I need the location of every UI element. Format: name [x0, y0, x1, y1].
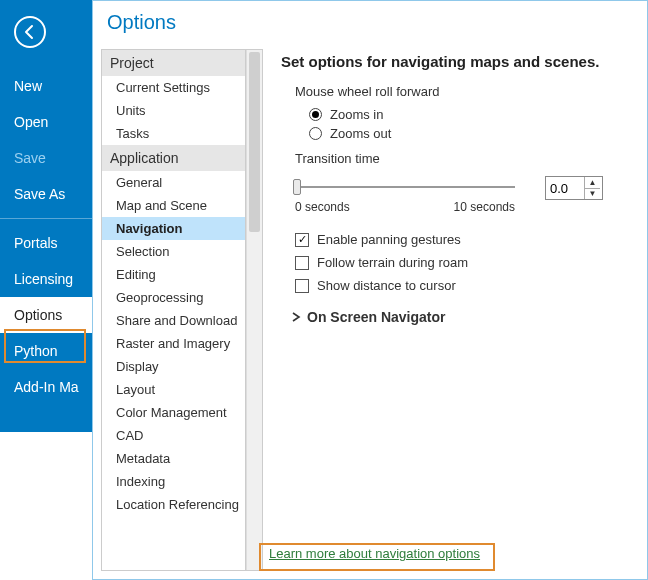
spin-up-icon[interactable]: ▲	[585, 177, 600, 189]
category-list: Project Current Settings Units Tasks App…	[101, 49, 263, 571]
checkbox-icon	[295, 256, 309, 270]
radio-icon	[309, 127, 322, 140]
cat-current-settings[interactable]: Current Settings	[102, 76, 245, 99]
back-button[interactable]	[14, 16, 46, 48]
backstage-item-portals[interactable]: Portals	[0, 225, 92, 261]
transition-value-input[interactable]: ▲ ▼	[545, 176, 603, 200]
cat-metadata[interactable]: Metadata	[102, 447, 245, 470]
checkbox-icon	[295, 279, 309, 293]
arrow-left-icon	[22, 24, 38, 40]
category-header-project: Project	[102, 50, 245, 76]
options-dialog: Options Project Current Settings Units T…	[92, 0, 648, 580]
transition-slider[interactable]	[295, 176, 515, 198]
dialog-title: Options	[93, 1, 647, 46]
check-label: Follow terrain during roam	[317, 255, 468, 270]
cat-cad[interactable]: CAD	[102, 424, 245, 447]
cat-raster-imagery[interactable]: Raster and Imagery	[102, 332, 245, 355]
cat-tasks[interactable]: Tasks	[102, 122, 245, 145]
backstage-item-licensing[interactable]: Licensing	[0, 261, 92, 297]
radio-label: Zooms out	[330, 126, 391, 141]
check-label: Enable panning gestures	[317, 232, 461, 247]
cat-selection[interactable]: Selection	[102, 240, 245, 263]
cat-display[interactable]: Display	[102, 355, 245, 378]
cat-editing[interactable]: Editing	[102, 263, 245, 286]
backstage-item-options[interactable]: Options	[0, 297, 92, 333]
expander-on-screen-navigator[interactable]: On Screen Navigator	[291, 309, 633, 325]
category-header-application: Application	[102, 145, 245, 171]
check-show-distance[interactable]: Show distance to cursor	[295, 278, 633, 293]
check-label: Show distance to cursor	[317, 278, 456, 293]
cat-share-download[interactable]: Share and Download	[102, 309, 245, 332]
cat-geoprocessing[interactable]: Geoprocessing	[102, 286, 245, 309]
backstage-sidebar: New Open Save Save As Portals Licensing …	[0, 0, 92, 432]
spin-down-icon[interactable]: ▼	[585, 189, 600, 200]
backstage-item-python[interactable]: Python	[0, 333, 92, 369]
slider-max-label: 10 seconds	[454, 200, 515, 214]
slider-min-label: 0 seconds	[295, 200, 350, 214]
cat-units[interactable]: Units	[102, 99, 245, 122]
transition-label: Transition time	[295, 151, 633, 166]
cat-color-management[interactable]: Color Management	[102, 401, 245, 424]
check-follow-terrain[interactable]: Follow terrain during roam	[295, 255, 633, 270]
cat-general[interactable]: General	[102, 171, 245, 194]
transition-value-field[interactable]	[546, 177, 584, 199]
cat-navigation[interactable]: Navigation	[102, 217, 245, 240]
backstage-item-open[interactable]: Open	[0, 104, 92, 140]
divider	[0, 218, 92, 219]
chevron-right-icon	[291, 312, 301, 322]
backstage-item-addin[interactable]: Add-In Ma	[0, 369, 92, 405]
navigation-pane: Set options for navigating maps and scen…	[263, 49, 641, 571]
cat-map-scene[interactable]: Map and Scene	[102, 194, 245, 217]
category-scrollbar[interactable]	[246, 50, 262, 570]
radio-zooms-out[interactable]: Zooms out	[309, 126, 633, 141]
backstage-item-save-as[interactable]: Save As	[0, 176, 92, 212]
backstage-item-save: Save	[0, 140, 92, 176]
backstage-item-new[interactable]: New	[0, 68, 92, 104]
radio-label: Zooms in	[330, 107, 383, 122]
learn-more-link[interactable]: Learn more about navigation options	[263, 542, 486, 565]
slider-thumb[interactable]	[293, 179, 301, 195]
radio-icon	[309, 108, 322, 121]
radio-zooms-in[interactable]: Zooms in	[309, 107, 633, 122]
cat-location-referencing[interactable]: Location Referencing	[102, 493, 245, 516]
checkbox-icon	[295, 233, 309, 247]
scrollbar-thumb[interactable]	[249, 52, 260, 232]
check-enable-panning[interactable]: Enable panning gestures	[295, 232, 633, 247]
wheel-label: Mouse wheel roll forward	[295, 84, 633, 99]
pane-heading: Set options for navigating maps and scen…	[281, 53, 633, 70]
cat-indexing[interactable]: Indexing	[102, 470, 245, 493]
cat-layout[interactable]: Layout	[102, 378, 245, 401]
expander-label: On Screen Navigator	[307, 309, 446, 325]
